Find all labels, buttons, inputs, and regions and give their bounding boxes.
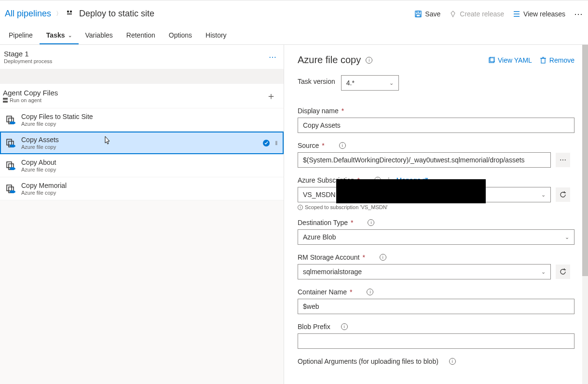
task-item[interactable]: Copy Files to Static Site Azure file cop… (0, 108, 284, 132)
info-icon[interactable]: i (368, 219, 374, 226)
azure-file-copy-icon (5, 160, 16, 172)
tab-options[interactable]: Options (162, 27, 199, 44)
storage-account-value: sqlmemorialstorage (303, 268, 362, 276)
svg-rect-18 (541, 58, 545, 63)
svg-rect-1 (70, 11, 72, 13)
source-label: Source (298, 142, 319, 149)
required-indicator: * (362, 253, 365, 261)
azure-file-copy-icon (5, 114, 16, 126)
chevron-down-icon: ⌄ (541, 192, 546, 198)
remove-button[interactable]: Remove (540, 56, 574, 64)
info-icon[interactable]: i (380, 254, 386, 261)
info-icon[interactable]: i (341, 323, 348, 330)
tab-variables[interactable]: Variables (79, 27, 120, 44)
agent-job-subtitle: Run on agent (10, 97, 41, 103)
rocket-icon (449, 10, 457, 18)
more-menu[interactable]: ⋯ (574, 9, 583, 19)
view-releases-button[interactable]: View releases (513, 10, 565, 18)
info-icon[interactable]: i (339, 142, 346, 149)
blob-prefix-input[interactable] (298, 333, 574, 349)
stage-subtitle: Deployment process (4, 58, 269, 64)
tab-tasks[interactable]: Tasks ⌄ (40, 27, 79, 44)
chevron-right-icon: 〉 (56, 10, 62, 18)
drag-handle-icon[interactable]: ⁞⁞ (275, 140, 277, 146)
required-indicator: * (351, 219, 353, 226)
view-yaml-button[interactable]: View YAML (488, 56, 532, 64)
info-icon[interactable]: i (366, 57, 372, 64)
required-indicator: * (342, 107, 344, 115)
blob-prefix-label: Blob Prefix (298, 323, 330, 331)
required-indicator: * (322, 142, 324, 149)
tasks-list-panel: Stage 1 Deployment process ⋯ Agent Copy … (0, 45, 284, 384)
list-icon (513, 10, 520, 18)
refresh-button[interactable] (556, 187, 570, 202)
chevron-down-icon: ⌄ (68, 33, 72, 38)
task-title: Copy About (21, 159, 277, 166)
destination-type-value: Azure Blob (303, 233, 336, 241)
container-name-label: Container Name (298, 288, 347, 296)
tab-pipeline[interactable]: Pipeline (2, 27, 40, 44)
storage-account-select[interactable]: sqlmemorialstorage ⌄ (298, 264, 551, 279)
task-detail-panel: Azure file copy i View YAML Remove Task (284, 45, 588, 384)
task-subtitle: Azure file copy (21, 121, 277, 127)
view-releases-label: View releases (523, 10, 565, 18)
task-item[interactable]: Copy About Azure file copy (0, 154, 284, 177)
create-release-label: Create release (460, 10, 504, 18)
add-task-button[interactable]: ＋ (266, 90, 276, 103)
svg-rect-10 (3, 101, 8, 103)
task-item[interactable]: Copy Assets Azure file copy ⁞⁞ (0, 132, 284, 154)
svg-point-15 (10, 190, 15, 193)
svg-rect-5 (416, 14, 420, 17)
browse-button[interactable]: ⋯ (556, 153, 570, 167)
breadcrumb-root[interactable]: All pipelines (5, 9, 51, 19)
scrollbar[interactable] (582, 45, 588, 384)
save-button[interactable]: Save (414, 10, 440, 18)
task-subtitle: Azure file copy (21, 167, 277, 172)
svg-rect-2 (67, 13, 72, 14)
breadcrumb-current[interactable]: Deploy to static site (79, 9, 154, 19)
container-name-input[interactable]: $web (298, 299, 574, 314)
svg-rect-9 (3, 98, 8, 100)
remove-label: Remove (549, 56, 574, 64)
chevron-down-icon: ⌄ (541, 269, 546, 275)
destination-type-select[interactable]: Azure Blob ⌄ (298, 229, 574, 245)
svg-rect-4 (417, 11, 420, 13)
task-version-label: Task version (298, 78, 335, 85)
tab-retention[interactable]: Retention (120, 27, 162, 44)
info-icon: i (298, 205, 303, 210)
info-icon[interactable]: i (367, 289, 373, 295)
tab-history[interactable]: History (199, 27, 233, 44)
task-subtitle: Azure file copy (21, 190, 277, 196)
info-icon[interactable]: i (449, 358, 456, 365)
task-item[interactable]: Copy Memorial Azure file copy (0, 177, 284, 200)
task-version-select[interactable]: 4.* ⌄ (341, 75, 399, 91)
task-status-ok-icon (262, 139, 270, 147)
refresh-button[interactable] (556, 265, 570, 279)
source-input[interactable]: $(System.DefaultWorkingDirectory)/_way0u… (298, 152, 551, 168)
optional-args-label: Optional Arguments (for uploading files … (298, 358, 438, 365)
azure-file-copy-icon (5, 137, 16, 149)
display-name-value: Copy Assets (303, 121, 341, 129)
save-icon (414, 10, 422, 18)
container-name-value: $web (303, 303, 319, 310)
chevron-down-icon: ⌄ (389, 80, 394, 86)
task-version-value: 4.* (346, 79, 355, 87)
view-yaml-label: View YAML (498, 56, 532, 64)
svg-point-12 (10, 145, 15, 147)
destination-type-label: Destination Type (298, 219, 348, 226)
agent-job-title[interactable]: Agent Copy Files (3, 89, 266, 97)
task-title: Copy Assets (21, 136, 258, 144)
svg-rect-0 (67, 11, 69, 13)
server-icon (3, 98, 8, 103)
tab-tasks-label: Tasks (46, 31, 65, 39)
storage-account-label: RM Storage Account (298, 253, 359, 261)
save-label: Save (425, 10, 440, 18)
stage-title[interactable]: Stage 1 (4, 50, 269, 58)
task-title: Copy Memorial (21, 182, 277, 189)
azure-file-copy-icon (5, 183, 16, 195)
source-value: $(System.DefaultWorkingDirectory)/_way0u… (303, 156, 525, 164)
redacted-area (336, 179, 486, 203)
display-name-input[interactable]: Copy Assets (298, 118, 574, 133)
panel-title: Azure file copy (298, 54, 361, 66)
stage-more-menu[interactable]: ⋯ (269, 53, 277, 62)
